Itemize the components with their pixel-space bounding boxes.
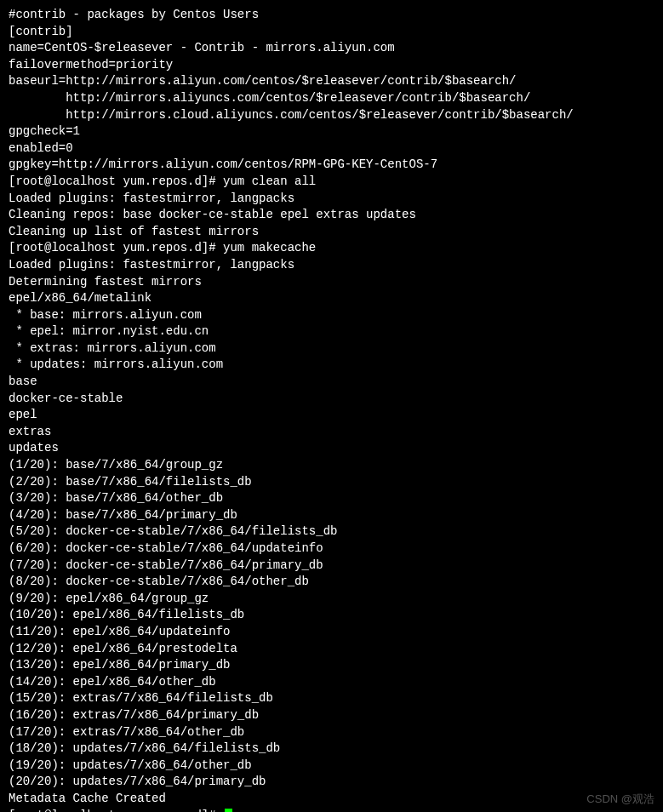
terminal-line: base bbox=[9, 374, 654, 391]
terminal-line: (18/20): updates/7/x86_64/filelists_db bbox=[9, 741, 654, 758]
terminal-line: (17/20): extras/7/x86_64/other_db bbox=[9, 724, 654, 741]
shell-prompt: [root@localhost yum.repos.d]# bbox=[9, 809, 223, 813]
terminal-line: (6/20): docker-ce-stable/7/x86_64/update… bbox=[9, 540, 654, 558]
terminal-line: (7/20): docker-ce-stable/7/x86_64/primar… bbox=[9, 558, 654, 575]
terminal-line: epel/x86_64/metalink bbox=[9, 290, 654, 307]
terminal-line: * extras: mirrors.aliyun.com bbox=[9, 340, 654, 357]
terminal-line: (15/20): extras/7/x86_64/filelists_db bbox=[9, 690, 654, 707]
terminal-line: Loaded plugins: fastestmirror, langpacks bbox=[9, 191, 654, 208]
terminal-line: (3/20): base/7/x86_64/other_db bbox=[9, 490, 654, 507]
terminal-line: docker-ce-stable bbox=[9, 391, 654, 408]
terminal-line: Cleaning up list of fastest mirrors bbox=[9, 224, 654, 241]
terminal-line: updates bbox=[9, 440, 654, 457]
terminal-line: (10/20): epel/x86_64/filelists_db bbox=[9, 607, 654, 624]
terminal-line: http://mirrors.cloud.aliyuncs.com/centos… bbox=[9, 107, 654, 124]
terminal-line: [contrib] bbox=[9, 24, 654, 41]
cursor-icon bbox=[225, 809, 232, 813]
terminal-line: gpgcheck=1 bbox=[9, 123, 654, 140]
terminal-line: http://mirrors.aliyuncs.com/centos/$rele… bbox=[9, 90, 654, 107]
terminal-line: [root@localhost yum.repos.d]# yum clean … bbox=[9, 174, 654, 191]
terminal-line: epel bbox=[9, 407, 654, 424]
terminal-line: (20/20): updates/7/x86_64/primary_db bbox=[9, 774, 654, 791]
terminal-line: extras bbox=[9, 424, 654, 441]
terminal-line: (11/20): epel/x86_64/updateinfo bbox=[9, 624, 654, 641]
terminal-line: (2/20): base/7/x86_64/filelists_db bbox=[9, 474, 654, 491]
terminal-line: * updates: mirrors.aliyun.com bbox=[9, 357, 654, 374]
terminal-line: (8/20): docker-ce-stable/7/x86_64/other_… bbox=[9, 574, 654, 591]
terminal-prompt-line[interactable]: [root@localhost yum.repos.d]# bbox=[9, 808, 654, 813]
terminal-line: [root@localhost yum.repos.d]# yum makeca… bbox=[9, 240, 654, 257]
terminal-line: baseurl=http://mirrors.aliyun.com/centos… bbox=[9, 73, 654, 90]
terminal-line: enabled=0 bbox=[9, 140, 654, 157]
terminal-line: (5/20): docker-ce-stable/7/x86_64/fileli… bbox=[9, 523, 654, 540]
terminal-line: (1/20): base/7/x86_64/group_gz bbox=[9, 457, 654, 474]
terminal-line: Cleaning repos: base docker-ce-stable ep… bbox=[9, 207, 654, 224]
terminal-line: Determining fastest mirrors bbox=[9, 274, 654, 291]
terminal-line: (13/20): epel/x86_64/primary_db bbox=[9, 657, 654, 674]
terminal-line: failovermethod=priority bbox=[9, 57, 654, 74]
watermark-text: CSDN @观浩 bbox=[586, 792, 654, 807]
terminal-output[interactable]: #contrib - packages by Centos Users[cont… bbox=[9, 7, 654, 812]
terminal-line: (19/20): updates/7/x86_64/other_db bbox=[9, 758, 654, 775]
terminal-line: (9/20): epel/x86_64/group_gz bbox=[9, 591, 654, 608]
terminal-line: * epel: mirror.nyist.edu.cn bbox=[9, 323, 654, 340]
terminal-line: (14/20): epel/x86_64/other_db bbox=[9, 674, 654, 691]
terminal-line: name=CentOS-$releasever - Contrib - mirr… bbox=[9, 40, 654, 57]
terminal-line: (12/20): epel/x86_64/prestodelta bbox=[9, 641, 654, 658]
terminal-line: gpgkey=http://mirrors.aliyun.com/centos/… bbox=[9, 157, 654, 174]
terminal-line: (16/20): extras/7/x86_64/primary_db bbox=[9, 707, 654, 724]
terminal-line: Loaded plugins: fastestmirror, langpacks bbox=[9, 257, 654, 274]
terminal-line: * base: mirrors.aliyun.com bbox=[9, 307, 654, 324]
terminal-line: #contrib - packages by Centos Users bbox=[9, 7, 654, 24]
terminal-line: Metadata Cache Created bbox=[9, 791, 654, 808]
terminal-line: (4/20): base/7/x86_64/primary_db bbox=[9, 507, 654, 524]
